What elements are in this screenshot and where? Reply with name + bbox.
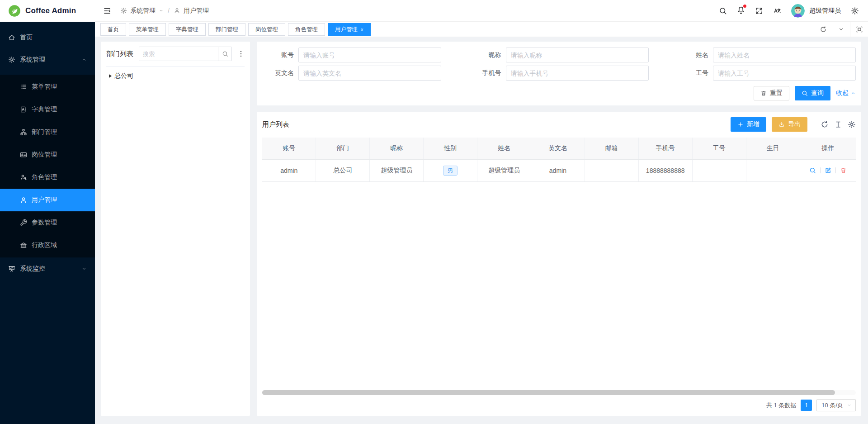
tree-node-company[interactable]: 总公司: [106, 67, 245, 80]
chevron-down-icon[interactable]: [159, 8, 164, 13]
action-divider: [835, 167, 836, 173]
fullscreen-icon[interactable]: [755, 7, 763, 15]
field-nickname: 昵称: [470, 48, 649, 62]
col-name[interactable]: 姓名: [477, 138, 531, 159]
tab-refresh-button[interactable]: [814, 22, 832, 37]
tab-home[interactable]: 首页: [100, 23, 126, 36]
tab-dept-mgmt[interactable]: 部门管理: [208, 23, 245, 36]
tab-user-mgmt[interactable]: 用户管理 x: [328, 23, 371, 36]
sidebar-item-system-mgmt[interactable]: 系统管理: [0, 48, 95, 71]
col-gender[interactable]: 性别: [424, 138, 477, 159]
sidebar-submenu-system-mgmt: 菜单管理 字典管理 部门管理 岗位管理 角色管理 用户管理: [0, 75, 95, 257]
user-table: 账号 部门 昵称 性别 姓名 英文名 邮箱 手机号 工号 生日 操作: [262, 138, 856, 182]
en-name-input[interactable]: [298, 66, 441, 81]
collapse-link[interactable]: 收起: [836, 89, 856, 97]
sidebar-item-dept-mgmt[interactable]: 部门管理: [0, 121, 95, 143]
view-icon[interactable]: [809, 167, 816, 174]
close-icon[interactable]: x: [361, 24, 363, 35]
cell-phone: 18888888888: [638, 159, 692, 181]
sidebar-item-role-mgmt[interactable]: 角色管理: [0, 166, 95, 189]
sidebar-item-user-mgmt[interactable]: 用户管理: [0, 189, 95, 211]
field-label: 账号: [262, 51, 294, 59]
dept-search-input[interactable]: [139, 47, 218, 61]
export-button[interactable]: 导出: [772, 117, 807, 132]
translate-icon[interactable]: [773, 7, 781, 15]
tab-post-mgmt[interactable]: 岗位管理: [248, 23, 285, 36]
cell-gender: 男: [424, 159, 477, 181]
user-name[interactable]: 超级管理员: [809, 7, 841, 15]
tab-role-mgmt[interactable]: 角色管理: [288, 23, 325, 36]
tab-controls: [814, 22, 868, 37]
add-button[interactable]: 新增: [731, 117, 766, 132]
sidebar-item-region-mgmt[interactable]: 行政区域: [0, 234, 95, 257]
search-icon[interactable]: [719, 7, 727, 15]
notification-bell[interactable]: [737, 6, 745, 16]
caret-right-icon[interactable]: [109, 74, 112, 78]
delete-icon[interactable]: [840, 167, 847, 174]
page-button-1[interactable]: 1: [801, 400, 812, 411]
breadcrumb-item-system-mgmt[interactable]: 系统管理: [130, 7, 156, 15]
tab-menu-dropdown[interactable]: [832, 22, 850, 37]
top-header: 系统管理 / 用户管理 超级管理员: [95, 0, 868, 22]
settings-gear-icon[interactable]: [851, 7, 859, 15]
avatar[interactable]: [791, 4, 805, 18]
query-button[interactable]: 查询: [795, 86, 830, 100]
phone-input[interactable]: [506, 66, 649, 81]
user-table-card: 用户列表 新增 导出: [257, 112, 861, 416]
main-column: 账号 昵称 姓名 英文名 手机号: [257, 42, 861, 416]
gender-tag: 男: [443, 166, 458, 176]
name-input[interactable]: [713, 48, 856, 62]
cell-email: [585, 159, 638, 181]
col-en-name[interactable]: 英文名: [531, 138, 585, 159]
sidebar-item-system-monitor[interactable]: 系统监控: [0, 257, 95, 280]
column-settings-icon[interactable]: [848, 120, 856, 129]
reset-button[interactable]: 重置: [754, 86, 789, 100]
field-job-no: 工号: [677, 66, 856, 81]
col-email[interactable]: 邮箱: [585, 138, 638, 159]
sidebar-item-menu-mgmt[interactable]: 菜单管理: [0, 76, 95, 98]
table-row[interactable]: admin 总公司 超级管理员 男 超级管理员 admin 1888888888…: [262, 159, 856, 181]
kebab-menu-icon[interactable]: [237, 49, 245, 58]
job-no-input[interactable]: [713, 66, 856, 81]
col-nickname[interactable]: 昵称: [370, 138, 424, 159]
id-card-icon: [20, 151, 27, 158]
sidebar-item-label: 角色管理: [32, 173, 57, 181]
scrollbar-thumb[interactable]: [262, 390, 835, 395]
refresh-icon[interactable]: [821, 120, 829, 129]
sidebar: Coffee Admin 首页 系统管理 菜单管理 字典管理 部门管理: [0, 0, 95, 424]
field-label: 工号: [677, 69, 708, 77]
plus-icon: [737, 121, 744, 128]
col-account[interactable]: 账号: [262, 138, 316, 159]
tab-menu-mgmt[interactable]: 菜单管理: [129, 23, 166, 36]
tab-dict-mgmt[interactable]: 字典管理: [169, 23, 206, 36]
nickname-input[interactable]: [506, 48, 649, 62]
dictionary-icon: [20, 106, 27, 113]
dept-search-button[interactable]: [218, 47, 231, 61]
col-birthday[interactable]: 生日: [746, 138, 800, 159]
page-size-select[interactable]: 10 条/页: [816, 399, 856, 411]
col-dept[interactable]: 部门: [316, 138, 370, 159]
refresh-icon: [820, 26, 827, 33]
dept-search-group: [139, 47, 232, 61]
edit-icon[interactable]: [825, 167, 831, 174]
col-job-no[interactable]: 工号: [692, 138, 746, 159]
tab-bar: 首页 菜单管理 字典管理 部门管理 岗位管理 角色管理 用户管理 x: [95, 22, 868, 37]
field-phone: 手机号: [470, 66, 649, 81]
sidebar-item-label: 首页: [20, 33, 33, 42]
gear-icon: [8, 56, 15, 63]
sidebar-item-post-mgmt[interactable]: 岗位管理: [0, 143, 95, 166]
col-phone[interactable]: 手机号: [638, 138, 692, 159]
monitor-icon: [8, 265, 15, 272]
sidebar-item-home[interactable]: 首页: [0, 26, 95, 48]
sidebar-item-dict-mgmt[interactable]: 字典管理: [0, 98, 95, 121]
menu-fold-icon[interactable]: [103, 7, 111, 15]
sidebar-item-label: 行政区域: [32, 241, 57, 249]
org-chart-icon: [20, 129, 27, 136]
sidebar-item-param-mgmt[interactable]: 参数管理: [0, 211, 95, 234]
row-height-icon[interactable]: [834, 120, 842, 129]
account-input[interactable]: [298, 48, 441, 62]
cell-actions: [800, 159, 856, 181]
cell-name: 超级管理员: [477, 159, 531, 181]
table-actions: 新增 导出: [731, 117, 856, 132]
tab-maximize-button[interactable]: [850, 22, 868, 37]
